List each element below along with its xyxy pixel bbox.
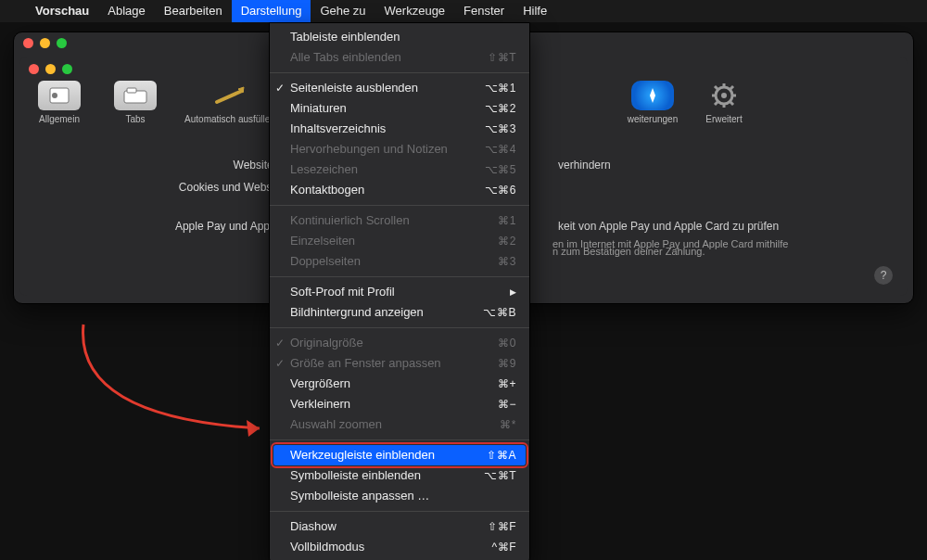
menubar-item-gehezu[interactable]: Gehe zu	[311, 0, 375, 22]
menu-item[interactable]: Bildhintergrund anzeigen⌥⌘B	[270, 302, 529, 323]
tab-tabs[interactable]: Tabs	[103, 81, 168, 124]
menu-item[interactable]: Diashow⇧⌘F	[270, 516, 529, 537]
menu-item: ✓Originalgröße⌘0	[270, 333, 529, 353]
menu-item-shortcut: ⌘0	[498, 335, 516, 351]
menu-item-shortcut: ⌥⌘1	[485, 80, 516, 96]
pref-value: keit von Apple Pay und Apple Card zu prü…	[558, 220, 880, 233]
menu-item-shortcut: ⌘9	[498, 355, 516, 372]
svg-point-10	[721, 93, 727, 98]
checkmark-icon: ✓	[275, 335, 285, 351]
menu-separator	[270, 205, 529, 206]
gear-icon	[703, 81, 745, 110]
menu-item: Auswahl zoomen⌘*	[270, 414, 529, 435]
menu-item-label: Inhaltsverzeichnis	[290, 121, 386, 137]
tab-label: Automatisch ausfüllen	[184, 114, 275, 124]
menu-item-label: Symbolleiste anpassen …	[290, 488, 429, 504]
minimize-button[interactable]	[40, 38, 50, 48]
menu-item: Kontinuierlich Scrollen⌘1	[270, 210, 529, 231]
menu-item-shortcut: ⌘3	[498, 253, 516, 270]
menu-item-label: Alle Tabs einblenden	[290, 49, 401, 66]
svg-line-15	[715, 86, 717, 89]
menu-item[interactable]: Vollbildmodus^⌘F	[270, 537, 529, 557]
svg-rect-3	[127, 88, 136, 93]
menubar: Vorschau Ablage Bearbeiten Darstellung G…	[0, 0, 927, 22]
svg-marker-8	[650, 88, 655, 103]
menu-item: Hervorhebungen und Notizen⌥⌘4	[270, 139, 529, 159]
menu-item-shortcut: ⌘*	[500, 416, 516, 433]
svg-line-17	[730, 86, 733, 89]
menu-item-label: Symbolleiste einblenden	[290, 467, 421, 484]
tab-label: weiterungen	[628, 114, 678, 124]
menu-item-shortcut: ⌥⌘6	[485, 182, 516, 198]
menu-item-shortcut: ⌘1	[498, 212, 516, 229]
menu-item[interactable]: Inhaltsverzeichnis⌥⌘3	[270, 119, 529, 139]
checkmark-icon: ✓	[275, 80, 285, 96]
pref-label: Website-T	[57, 159, 289, 172]
menu-item[interactable]: Vergrößern⌘+	[270, 374, 529, 394]
menu-item[interactable]: Symbolleiste anpassen …	[270, 486, 529, 506]
menu-item: ✓Größe an Fenster anpassen⌘9	[270, 353, 529, 374]
menu-item-label: Lesezeichen	[290, 161, 358, 178]
tab-label: Allgemein	[39, 114, 80, 124]
menu-item-shortcut: ⇧⌘T	[488, 49, 516, 66]
menubar-item-werkzeuge[interactable]: Werkzeuge	[375, 0, 455, 22]
menu-item: Alle Tabs einblenden⇧⌘T	[270, 47, 529, 68]
close-button[interactable]	[29, 64, 39, 74]
menu-item-label: Seitenleiste ausblenden	[290, 80, 418, 96]
menubar-item-darstellung[interactable]: Darstellung	[232, 0, 311, 22]
menu-item[interactable]: Soft-Proof mit Profil	[270, 282, 529, 302]
menu-item: Einzelseiten⌘2	[270, 231, 529, 251]
svg-line-18	[715, 102, 717, 105]
menu-item-shortcut: ⌥⌘T	[484, 467, 516, 484]
menu-item-label: Diashow	[290, 518, 337, 535]
maximize-button[interactable]	[57, 38, 67, 48]
menu-separator	[270, 72, 529, 73]
tab-label: Tabs	[125, 114, 145, 124]
menu-item[interactable]: Tableiste einblenden	[270, 27, 529, 47]
minimize-button[interactable]	[45, 64, 56, 74]
menu-item[interactable]: Miniaturen⌥⌘2	[270, 98, 529, 119]
checkmark-icon: ✓	[275, 355, 285, 372]
menu-item-label: Kontaktbogen	[290, 182, 364, 198]
menu-item-shortcut: ⇧⌘A	[487, 447, 516, 464]
menubar-item-ablage[interactable]: Ablage	[98, 0, 154, 22]
window-traffic-lights	[23, 38, 67, 48]
menu-item-shortcut: ^⌘F	[492, 539, 516, 555]
menu-item-label: Miniaturen	[290, 100, 347, 117]
menu-item-shortcut: ⌥⌘4	[485, 141, 516, 158]
tab-allgemein[interactable]: Allgemein	[27, 81, 92, 124]
menu-item-label: Werkzeugleiste einblenden	[290, 447, 435, 464]
menu-item-shortcut: ⌥⌘3	[485, 121, 516, 137]
svg-marker-19	[247, 420, 260, 437]
tab-autofill[interactable]: Automatisch ausfüllen	[179, 81, 281, 124]
menu-item-label: Soft-Proof mit Profil	[290, 284, 395, 300]
menu-item-label: Doppelseiten	[290, 253, 361, 270]
pref-label: Cookies und Website	[57, 181, 289, 194]
menu-item[interactable]: ✓Seitenleiste ausblenden⌥⌘1	[270, 78, 529, 98]
menubar-item-fenster[interactable]: Fenster	[454, 0, 514, 22]
menubar-item-bearbeiten[interactable]: Bearbeiten	[155, 0, 232, 22]
tab-extensions[interactable]: weiterungen	[618, 81, 687, 124]
menu-item-shortcut: ⌘+	[498, 375, 516, 392]
close-button[interactable]	[23, 38, 33, 48]
menu-item[interactable]: Kontaktbogen⌥⌘6	[270, 180, 529, 200]
pref-value: verhindern	[558, 159, 880, 172]
menu-item[interactable]: Symbolleiste einblenden⌥⌘T	[270, 465, 529, 486]
menu-item[interactable]: Verkleinern⌘−	[270, 394, 529, 414]
help-button[interactable]: ?	[874, 266, 893, 285]
menu-separator	[270, 439, 529, 440]
menu-item-label: Verkleinern	[290, 396, 350, 413]
menu-item-label: Vergrößern	[290, 375, 350, 392]
menu-item-shortcut: ⌘−	[498, 396, 516, 413]
menu-item-shortcut: ⌘2	[498, 233, 516, 249]
safari-icon	[631, 81, 674, 110]
menu-item: Doppelseiten⌘3	[270, 251, 529, 272]
menu-item-shortcut: ⌥⌘B	[483, 304, 516, 321]
menubar-app[interactable]: Vorschau	[26, 0, 98, 22]
tab-advanced[interactable]: Erweitert	[698, 81, 750, 124]
pref-label: Apple Pay und App	[57, 220, 275, 233]
menu-item[interactable]: Werkzeugleiste einblenden⇧⌘A	[273, 445, 526, 465]
maximize-button[interactable]	[62, 64, 72, 74]
menubar-item-hilfe[interactable]: Hilfe	[514, 0, 556, 22]
menu-item-label: Größe an Fenster anpassen	[290, 355, 441, 372]
